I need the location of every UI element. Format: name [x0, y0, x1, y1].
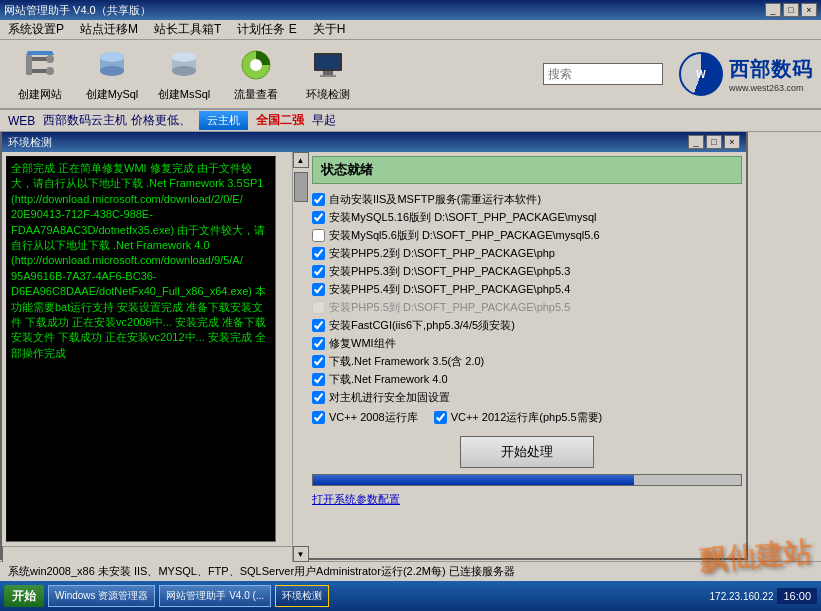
dialog-env-check: 环境检测 _ □ × 全部完成 正在简单修复WMI 修复完成 由于文件较大，请自… [0, 132, 748, 560]
inline-checkbox-label-0: VC++ 2008运行库 [329, 410, 418, 425]
web-tab-left: WEB [8, 114, 35, 128]
close-button[interactable]: × [801, 3, 817, 17]
menu-system[interactable]: 系统设置P [4, 19, 68, 40]
search-area [543, 63, 663, 85]
minimize-button[interactable]: _ [765, 3, 781, 17]
create-mysql-label: 创建MySql [86, 87, 139, 102]
title-bar: 网站管理助手 V4.0（共享版） _ □ × [0, 0, 821, 20]
checkbox-row-3: 安装PHP5.2到 D:\SOFT_PHP_PACKAGE\php [312, 244, 742, 262]
checkbox-label-5: 安装PHP5.4到 D:\SOFT_PHP_PACKAGE\php5.4 [329, 282, 570, 297]
svg-point-14 [250, 59, 262, 71]
scroll-thumb[interactable] [294, 172, 308, 202]
svg-rect-17 [323, 71, 333, 75]
create-mssql-button[interactable]: 创建MsSql [152, 44, 216, 104]
checkbox-6[interactable] [312, 301, 325, 314]
checkbox-label-8: 修复WMI组件 [329, 336, 396, 351]
create-mysql-button[interactable]: 创建MySql [80, 44, 144, 104]
menu-bar: 系统设置P 站点迁移M 站长工具箱T 计划任务 E 关于H [0, 20, 821, 40]
search-input[interactable] [543, 63, 663, 85]
inline-checkbox-1: VC++ 2012运行库(php5.5需要) [434, 408, 603, 426]
taskbar-manager[interactable]: 网站管理助手 V4.0 (... [159, 585, 271, 607]
menu-tools[interactable]: 站长工具箱T [150, 19, 225, 40]
svg-point-3 [46, 55, 54, 63]
menu-about[interactable]: 关于H [309, 19, 350, 40]
chart-icon [238, 47, 274, 83]
inline-checkbox-input-0[interactable] [312, 411, 325, 424]
checkbox-label-2: 安装MySql5.6版到 D:\SOFT_PHP_PACKAGE\mysql5.… [329, 228, 600, 243]
scroll-up[interactable]: ▲ [293, 152, 309, 168]
dialog-title-controls: _ □ × [688, 135, 740, 149]
checkbox-label-1: 安装MySQL5.16版到 D:\SOFT_PHP_PACKAGE\mysql [329, 210, 597, 225]
progress-bar [312, 474, 742, 486]
scroll-down[interactable]: ▼ [293, 546, 309, 562]
log-section: 全部完成 正在简单修复WMI 修复完成 由于文件较大，请自行从以下地址下载 .N… [2, 152, 292, 562]
checkbox-row-8: 修复WMI组件 [312, 334, 742, 352]
create-website-button[interactable]: 创建网站 [8, 44, 72, 104]
checkbox-8[interactable] [312, 337, 325, 350]
config-link[interactable]: 打开系统参数配置 [312, 492, 742, 507]
dialog-body: 全部完成 正在简单修复WMI 修复完成 由于文件较大，请自行从以下地址下载 .N… [2, 152, 746, 562]
dialog-minimize[interactable]: _ [688, 135, 704, 149]
checkbox-row-11: 对主机进行安全加固设置 [312, 388, 742, 406]
status-header: 状态就绪 [312, 156, 742, 184]
config-panel: 状态就绪 自动安装IIS及MSFTP服务(需重运行本软件)安装MySQL5.16… [308, 152, 746, 562]
start-button[interactable]: 开始 [4, 585, 44, 607]
checkbox-1[interactable] [312, 211, 325, 224]
ad-bar: WEB 西部数码云主机 价格更低、 云主机 全国二强 早起 [0, 110, 821, 132]
create-mssql-label: 创建MsSql [158, 87, 211, 102]
svg-point-12 [172, 52, 196, 62]
dialog-close[interactable]: × [724, 135, 740, 149]
inline-checkboxes-row: VC++ 2008运行库VC++ 2012运行库(php5.5需要) [312, 408, 742, 426]
start-btn-container: 开始处理 [312, 428, 742, 468]
checkbox-row-5: 安装PHP5.4到 D:\SOFT_PHP_PACKAGE\php5.4 [312, 280, 742, 298]
svg-rect-16 [316, 55, 340, 69]
checkbox-2[interactable] [312, 229, 325, 242]
menu-migrate[interactable]: 站点迁移M [76, 19, 142, 40]
inline-checkbox-0: VC++ 2008运行库 [312, 408, 418, 426]
checkbox-label-3: 安装PHP5.2到 D:\SOFT_PHP_PACKAGE\php [329, 246, 555, 261]
checkbox-row-10: 下载.Net Framework 4.0 [312, 370, 742, 388]
inline-checkbox-label-1: VC++ 2012运行库(php5.5需要) [451, 410, 603, 425]
taskbar-right: 172.23.160.22 16:00 [710, 588, 817, 604]
main-content: 环境检测 _ □ × 全部完成 正在简单修复WMI 修复完成 由于文件较大，请自… [0, 132, 821, 581]
inline-checkbox-input-1[interactable] [434, 411, 447, 424]
start-processing-button[interactable]: 开始处理 [460, 436, 594, 468]
checkbox-3[interactable] [312, 247, 325, 260]
status-text: 系统win2008_x86 未安装 IIS、MYSQL、FTP、SQLServe… [8, 564, 515, 579]
checkbox-9[interactable] [312, 355, 325, 368]
taskbar-explorer[interactable]: Windows 资源管理器 [48, 585, 155, 607]
checkbox-4[interactable] [312, 265, 325, 278]
logo-area: W 西部数码 www.west263.com [679, 52, 813, 96]
checkbox-10[interactable] [312, 373, 325, 386]
taskbar-env-check[interactable]: 环境检测 [275, 585, 329, 607]
svg-point-8 [100, 52, 124, 62]
status-bar: 系统win2008_x86 未安装 IIS、MYSQL、FTP、SQLServe… [0, 561, 821, 581]
clock: 16:00 [777, 588, 817, 604]
db2-icon [166, 47, 202, 83]
checkbox-0[interactable] [312, 193, 325, 206]
taskbar-ip: 172.23.160.22 [710, 591, 774, 602]
wrench-icon [22, 47, 58, 83]
checkbox-label-7: 安装FastCGI(iis6下,php5.3/4/5须安装) [329, 318, 515, 333]
checkbox-label-9: 下载.Net Framework 3.5(含 2.0) [329, 354, 484, 369]
svg-text:W: W [696, 69, 706, 80]
traffic-button[interactable]: 流量查看 [224, 44, 288, 104]
maximize-button[interactable]: □ [783, 3, 799, 17]
menu-schedule[interactable]: 计划任务 E [233, 19, 300, 40]
checkbox-11[interactable] [312, 391, 325, 404]
checkbox-7[interactable] [312, 319, 325, 332]
cloud-button[interactable]: 云主机 [199, 111, 248, 130]
scrollbar-v[interactable]: ▲ ▼ [292, 152, 308, 562]
checkbox-row-1: 安装MySQL5.16版到 D:\SOFT_PHP_PACKAGE\mysql [312, 208, 742, 226]
toolbar: 创建网站 创建MySql 创建MsSql [0, 40, 821, 110]
env-check-button[interactable]: 环境检测 [296, 44, 360, 104]
checkbox-label-10: 下载.Net Framework 4.0 [329, 372, 448, 387]
checkbox-label-11: 对主机进行安全加固设置 [329, 390, 450, 405]
dialog-maximize[interactable]: □ [706, 135, 722, 149]
checkbox-5[interactable] [312, 283, 325, 296]
create-website-label: 创建网站 [18, 87, 62, 102]
taskbar: 开始 Windows 资源管理器 网站管理助手 V4.0 (... 环境检测 1… [0, 581, 821, 611]
scrollbar-h [2, 546, 292, 562]
ad-strong: 全国二强 [256, 112, 304, 129]
checkbox-row-7: 安装FastCGI(iis6下,php5.3/4/5须安装) [312, 316, 742, 334]
